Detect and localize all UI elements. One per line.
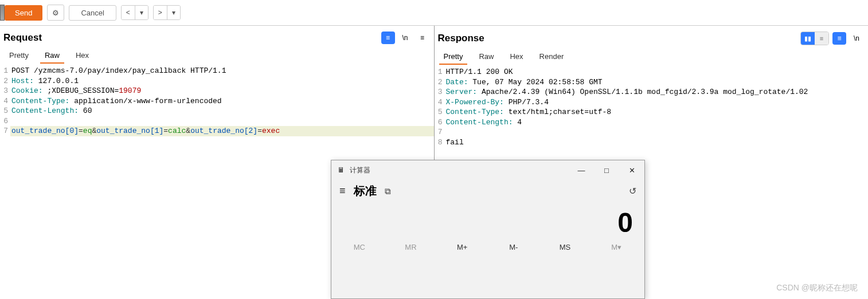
line-number: 2 — [0, 76, 10, 86]
response-line: 7 — [435, 127, 869, 137]
request-tab-raw[interactable]: Raw — [44, 49, 61, 63]
line-content: Content-Length: 4 — [445, 117, 869, 128]
layout-columns-icon: ▮▮ — [801, 32, 815, 45]
history-back-group: < ▾ — [121, 5, 148, 20]
calc-mem-mdd: M▾ — [592, 243, 641, 251]
history-forward-button[interactable]: > — [154, 6, 167, 19]
history-back-button[interactable]: < — [122, 6, 135, 19]
maximize-button[interactable]: □ — [594, 160, 619, 180]
request-newline-toggle[interactable]: \n — [398, 32, 412, 44]
send-button[interactable]: Send — [5, 5, 42, 21]
response-tab-hex[interactable]: Hex — [509, 50, 524, 64]
line-content: HTTP/1.1 200 OK — [445, 67, 869, 77]
response-line: 4X-Powered-By: PHP/7.3.4 — [435, 97, 869, 108]
calculator-app-title: 计算器 — [350, 166, 370, 175]
line-content — [445, 127, 869, 137]
calc-mem-mc: MC — [335, 243, 384, 251]
calculator-mode-row: ≡ 标准 ⧉ ↺ — [331, 180, 644, 202]
line-content: fail — [445, 137, 869, 148]
left-edge-decoration — [0, 5, 5, 21]
hamburger-icon[interactable]: ≡ — [339, 185, 346, 197]
line-number: 4 — [0, 96, 10, 107]
watermark: CSDN @昵称还在想呢 — [776, 283, 858, 293]
line-number: 3 — [435, 87, 445, 97]
response-newline-toggle[interactable]: \n — [850, 32, 863, 45]
request-line: 7out_trade_no[0]=eq&out_trade_no[1]=calc… — [0, 126, 434, 136]
line-number: 1 — [435, 67, 445, 77]
request-header: Request ≡ \n ≡ — [0, 26, 434, 48]
toolbar: Send ⚙ Cancel < ▾ > ▾ — [0, 0, 868, 26]
response-header: Response ▮▮ ≡ ≡ \n — [435, 26, 869, 49]
request-line: 6 — [0, 116, 434, 127]
minimize-button[interactable]: — — [569, 160, 594, 180]
calculator-memory-row: MCMRM+M-MSM▾ — [331, 239, 644, 251]
request-line: 3Cookie: ;XDEBUG_SESSION=19079 — [0, 86, 434, 96]
response-line: 6Content-Length: 4 — [435, 117, 869, 128]
close-button[interactable]: ✕ — [619, 160, 644, 180]
line-number: 7 — [435, 127, 445, 137]
line-number: 7 — [0, 126, 10, 136]
keep-on-top-icon[interactable]: ⧉ — [385, 186, 391, 196]
line-number: 6 — [0, 116, 10, 127]
response-tab-pretty[interactable]: Pretty — [443, 50, 464, 64]
line-content: Content-Type: application/x-www-form-url… — [10, 96, 434, 107]
line-number: 6 — [435, 117, 445, 128]
request-tab-pretty[interactable]: Pretty — [8, 49, 30, 63]
request-tab-hex[interactable]: Hex — [75, 49, 90, 63]
response-line: 8fail — [435, 137, 869, 148]
calculator-app-icon: 🖩 — [337, 166, 345, 174]
calc-mem-mr: MR — [386, 243, 435, 251]
line-number: 1 — [0, 66, 10, 76]
calc-mem-m-[interactable]: M- — [489, 243, 538, 251]
line-content — [10, 116, 434, 127]
request-tabs: PrettyRawHex — [0, 48, 434, 64]
layout-toggle[interactable]: ▮▮ ≡ — [800, 32, 829, 45]
request-line: 1POST /yzmcms-7.0/pay/index/pay_callback… — [0, 66, 434, 76]
history-icon[interactable]: ↺ — [629, 186, 636, 196]
request-menu-icon[interactable]: ≡ — [416, 32, 429, 44]
line-content: Host: 127.0.0.1 — [10, 76, 434, 86]
line-number: 5 — [435, 107, 445, 117]
line-content: Content-Type: text/html;charset=utf-8 — [445, 107, 869, 117]
line-content: Content-Length: 60 — [10, 106, 434, 116]
line-number: 2 — [435, 77, 445, 88]
calculator-mode-label: 标准 — [354, 183, 377, 199]
calc-mem-ms[interactable]: MS — [540, 243, 589, 251]
gear-icon: ⚙ — [52, 9, 59, 17]
request-line: 4Content-Type: application/x-www-form-ur… — [0, 96, 434, 107]
line-content: Date: Tue, 07 May 2024 02:58:58 GMT — [445, 77, 869, 88]
calculator-window-buttons: — □ ✕ — [569, 160, 644, 180]
layout-rows-icon: ≡ — [815, 32, 828, 45]
response-action-pretty-icon[interactable]: ≡ — [832, 32, 846, 45]
request-title: Request — [3, 32, 42, 44]
settings-button[interactable]: ⚙ — [47, 5, 64, 21]
calculator-window: 🖩 计算器 — □ ✕ ≡ 标准 ⧉ ↺ 0 MCMRM+M-MSM▾ — [331, 160, 645, 299]
history-forward-dropdown[interactable]: ▾ — [167, 6, 180, 19]
line-number: 8 — [435, 137, 445, 148]
line-content: Cookie: ;XDEBUG_SESSION=19079 — [10, 86, 434, 96]
line-number: 3 — [0, 86, 10, 96]
cancel-button[interactable]: Cancel — [69, 5, 116, 21]
line-number: 5 — [0, 106, 10, 116]
calculator-titlebar[interactable]: 🖩 计算器 — □ ✕ — [331, 160, 644, 180]
response-line: 1HTTP/1.1 200 OK — [435, 67, 869, 77]
response-line: 2Date: Tue, 07 May 2024 02:58:58 GMT — [435, 77, 869, 88]
line-content: X-Powered-By: PHP/7.3.4 — [445, 97, 869, 108]
response-line: 3Server: Apache/2.4.39 (Win64) OpenSSL/1… — [435, 87, 869, 97]
calculator-mode-left: ≡ 标准 ⧉ — [339, 183, 391, 199]
response-title: Response — [438, 33, 484, 44]
response-tab-raw[interactable]: Raw — [478, 50, 495, 64]
history-back-dropdown[interactable]: ▾ — [135, 6, 148, 19]
history-forward-group: > ▾ — [153, 5, 181, 20]
line-content: POST /yzmcms-7.0/pay/index/pay_callback … — [10, 66, 434, 76]
response-header-actions: ▮▮ ≡ ≡ \n — [800, 32, 863, 45]
request-line: 2Host: 127.0.0.1 — [0, 76, 434, 86]
response-tabs: PrettyRawHexRender — [435, 49, 869, 65]
response-line: 5Content-Type: text/html;charset=utf-8 — [435, 107, 869, 117]
calculator-title-left: 🖩 计算器 — [337, 166, 370, 175]
request-action-pretty-icon[interactable]: ≡ — [381, 32, 395, 44]
calc-mem-m+[interactable]: M+ — [437, 243, 487, 251]
response-tab-render[interactable]: Render — [538, 50, 565, 64]
request-header-actions: ≡ \n ≡ — [381, 32, 429, 44]
calculator-display: 0 — [331, 202, 644, 239]
